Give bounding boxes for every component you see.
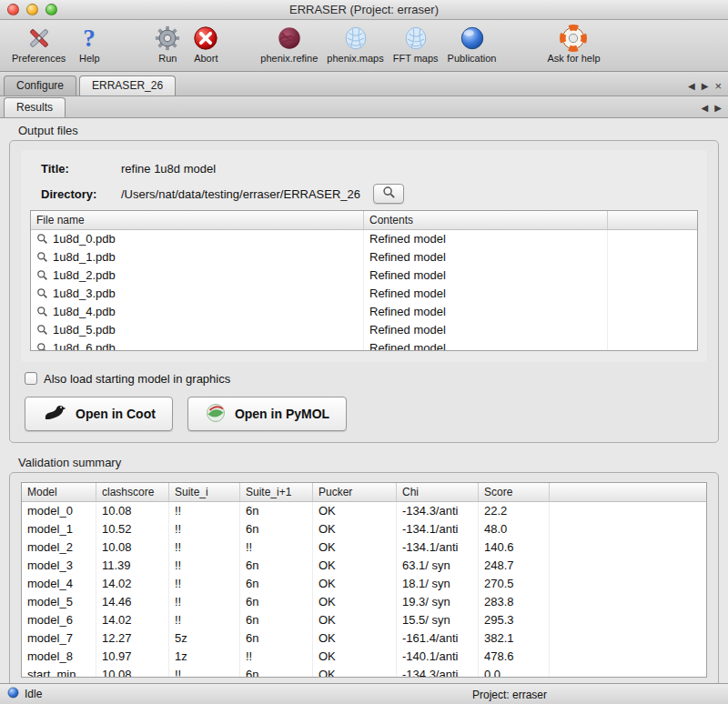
help-icon: ? <box>75 24 104 53</box>
ask-for-help-icon <box>559 24 588 53</box>
open-in-coot-button[interactable]: Open in Coot <box>25 397 173 431</box>
output-file-row[interactable]: 1u8d_5.pdbRefined model <box>31 321 697 339</box>
validation-row[interactable]: model_110.52!!6nOK-134.1/anti48.0 <box>22 520 706 538</box>
open-in-pymol-button[interactable]: Open in PyMOL <box>187 397 347 431</box>
validation-row[interactable]: model_514.46!!6nOK19.3/ syn283.8 <box>22 593 706 611</box>
validation-row[interactable]: model_210.08!!!!OK-134.1/anti140.6 <box>22 538 706 557</box>
browse-directory-button[interactable] <box>373 184 404 204</box>
validation-cell: -161.4/anti <box>397 629 479 648</box>
title-label: Title: <box>30 162 121 176</box>
file-row-filler <box>608 230 697 248</box>
validation-row-filler <box>550 629 706 648</box>
file-row-filler <box>608 303 697 321</box>
output-file-row[interactable]: 1u8d_6.pdbRefined model <box>31 339 697 350</box>
validation-cell: 140.6 <box>479 538 550 557</box>
toolbar-item-help[interactable]: ?Help <box>70 23 108 65</box>
file-name: 1u8d_2.pdb <box>53 268 116 282</box>
output-file-row[interactable]: 1u8d_3.pdbRefined model <box>31 285 697 303</box>
validation-row[interactable]: model_712.275z6nOK-161.4/anti382.1 <box>22 629 706 648</box>
toolbar-item-abort[interactable]: Abort <box>187 23 225 65</box>
validation-column-header[interactable]: Suite_i <box>169 483 240 501</box>
validation-row[interactable]: model_614.02!!6nOK15.5/ syn295.3 <box>22 611 706 629</box>
validation-cell: 10.52 <box>96 520 169 538</box>
toolbar-item-publication[interactable]: Publication <box>443 23 501 65</box>
validation-cell: 6n <box>240 666 313 677</box>
status-text: Idle <box>25 688 42 700</box>
validation-cell: 0.0 <box>479 666 550 677</box>
validation-cell: model_6 <box>22 611 96 629</box>
status-bar: Idle Project: erraser <box>0 683 728 704</box>
file-name-cell: 1u8d_1.pdb <box>31 248 364 267</box>
output-files-groupbox: Title: refine 1u8d model Directory: /Use… <box>9 140 719 443</box>
tab-scroll-left-icon[interactable]: ◀ <box>688 82 695 91</box>
output-file-row[interactable]: 1u8d_0.pdbRefined model <box>31 230 697 248</box>
pymol-icon <box>205 402 227 427</box>
tab-results[interactable]: Results <box>4 97 66 117</box>
tab-configure-label: Configure <box>16 79 64 92</box>
validation-cell: 283.8 <box>479 593 550 611</box>
validation-cell: 248.7 <box>479 557 550 575</box>
tab-scroll-right-icon[interactable]: ▶ <box>702 82 709 91</box>
validation-cell: OK <box>313 666 397 677</box>
directory-label: Directory: <box>30 187 121 201</box>
load-starting-model-checkbox[interactable] <box>25 372 37 385</box>
toolbar-item-fft-maps[interactable]: FFT maps <box>389 23 443 65</box>
validation-cell: -134.1/anti <box>397 520 479 538</box>
output-files-column-header[interactable]: Contents <box>364 211 608 229</box>
file-row-filler <box>608 248 697 267</box>
file-contents: Refined model <box>364 248 608 267</box>
validation-column-header[interactable]: Model <box>22 483 96 501</box>
toolbar-item-preferences[interactable]: Preferences <box>7 23 70 65</box>
output-file-row[interactable]: 1u8d_1.pdbRefined model <box>31 248 697 267</box>
toolbar-item-run[interactable]: Run <box>148 23 187 65</box>
magnifier-icon <box>36 232 48 248</box>
close-window-button[interactable] <box>7 4 19 15</box>
toolbar-item-ask-for-help[interactable]: Ask for help <box>542 23 604 65</box>
validation-row-filler <box>550 502 706 520</box>
validation-cell: 10.97 <box>96 648 169 666</box>
tab-close-icon[interactable]: × <box>714 82 722 91</box>
file-row-filler <box>608 267 697 285</box>
validation-column-header[interactable]: Pucker <box>313 483 397 501</box>
validation-column-header[interactable]: Chi <box>397 483 479 501</box>
validation-row[interactable]: model_010.08!!6nOK-134.3/anti22.2 <box>22 502 706 520</box>
validation-row[interactable]: model_414.02!!6nOK18.1/ syn270.5 <box>22 575 706 593</box>
validation-row[interactable]: model_810.971z!!OK-140.1/anti478.6 <box>22 648 706 666</box>
phenix-refine-icon <box>275 24 304 53</box>
validation-row-filler <box>550 557 706 575</box>
sub-tab-nav: ◀ ▶ <box>702 104 728 117</box>
validation-column-header[interactable]: clashscore <box>96 483 169 501</box>
status-project: Project: erraser <box>472 689 547 701</box>
file-row-filler <box>608 321 697 339</box>
validation-cell: -140.1/anti <box>397 648 479 666</box>
file-row-filler <box>608 339 697 350</box>
validation-cell: 6n <box>240 629 313 648</box>
results-tab-bar: Results ◀ ▶ <box>0 96 728 118</box>
validation-row[interactable]: model_311.39!!6nOK63.1/ syn248.7 <box>22 557 706 575</box>
tab-erraser-26[interactable]: ERRASER_26 <box>79 75 176 96</box>
output-files-column-header[interactable]: File name <box>31 211 364 229</box>
validation-row[interactable]: start_min10.08!!6nOK-134.3/anti0.0 <box>22 666 706 677</box>
file-name-cell: 1u8d_0.pdb <box>31 230 364 248</box>
file-contents: Refined model <box>364 285 608 303</box>
toolbar-item-phenix-refine[interactable]: phenix.refine <box>256 23 322 65</box>
erraser-window: ERRASER (Project: erraser) Preferences?H… <box>0 0 728 704</box>
file-name: 1u8d_0.pdb <box>53 232 116 246</box>
subtab-scroll-left-icon[interactable]: ◀ <box>702 104 709 113</box>
output-files-table: File nameContents 1u8d_0.pdbRefined mode… <box>30 210 698 351</box>
output-file-row[interactable]: 1u8d_2.pdbRefined model <box>31 267 697 285</box>
zoom-window-button[interactable] <box>46 4 57 15</box>
output-file-row[interactable]: 1u8d_4.pdbRefined model <box>31 303 697 321</box>
status-sphere-icon <box>7 687 19 701</box>
validation-column-header[interactable]: Suite_i+1 <box>240 483 313 501</box>
tab-configure[interactable]: Configure <box>4 75 76 96</box>
magnifier-icon <box>36 323 48 339</box>
validation-column-header[interactable]: Score <box>479 483 550 501</box>
toolbar-item-phenix-maps[interactable]: phenix.maps <box>322 23 388 65</box>
title-value: refine 1u8d model <box>121 162 216 176</box>
validation-cell: !! <box>169 557 240 575</box>
validation-cell: 295.3 <box>479 611 550 629</box>
minimize-window-button[interactable] <box>26 4 38 15</box>
subtab-scroll-right-icon[interactable]: ▶ <box>714 104 722 113</box>
toolbar-item-label: phenix.maps <box>327 53 383 64</box>
